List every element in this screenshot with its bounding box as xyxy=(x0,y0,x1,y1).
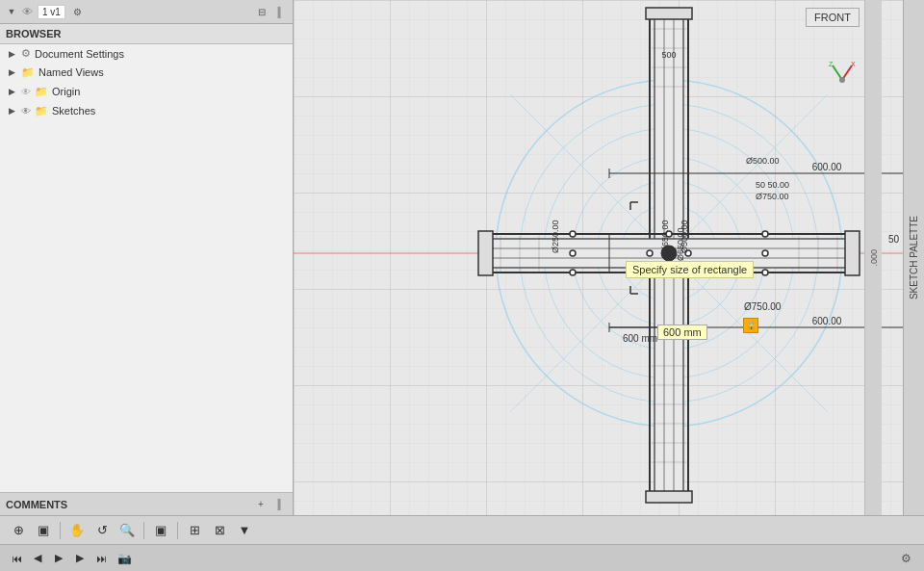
tooltip: Specify size of rectangle xyxy=(626,261,754,278)
bottom-toolbar: ⊕ ▣ ✋ ↺ 🔍 ▣ ⊞ ⊠ ▼ xyxy=(0,515,924,544)
svg-text:600.00: 600.00 xyxy=(812,162,842,172)
zoom-icon[interactable]: 🔍 xyxy=(116,520,138,541)
expand-icon[interactable]: ║ xyxy=(271,4,287,19)
version-badge[interactable]: 1 v1 xyxy=(38,5,65,19)
browser-settings-icon[interactable]: ⚙ xyxy=(70,4,86,19)
folder-icon: 📁 xyxy=(21,65,35,79)
tree-label: Sketches xyxy=(52,105,95,117)
prev-button[interactable]: ◀ xyxy=(29,550,46,567)
svg-text:Ø500.00: Ø500.00 xyxy=(746,156,780,166)
svg-text:Ø500.00: Ø500.00 xyxy=(680,220,689,253)
axis-indicator: X Z xyxy=(828,56,857,85)
arrow-icon: ▶ xyxy=(6,48,17,60)
svg-text:X: X xyxy=(851,61,856,67)
collapse-icons: ⊟ ║ xyxy=(254,4,287,19)
svg-point-73 xyxy=(762,250,768,256)
browser-title: BROWSER xyxy=(0,24,293,44)
snap-icon[interactable]: ⊕ xyxy=(8,520,29,541)
lock-icon[interactable]: 🔒 xyxy=(743,318,758,333)
skip-back-button[interactable]: ⏮ xyxy=(8,550,25,567)
comments-actions: + ║ xyxy=(253,497,287,512)
viewport[interactable]: 600.00 Ø750.00 Ø750.00 Ø750.00 600.00 Ø6… xyxy=(294,0,903,515)
dimension-label[interactable]: 600 mm xyxy=(657,324,707,340)
browser-header: ▼ 👁 1 v1 ⚙ ⊟ ║ xyxy=(0,0,293,24)
main-area: ▼ 👁 1 v1 ⚙ ⊟ ║ BROWSER ▶ xyxy=(0,0,924,515)
svg-text:Z: Z xyxy=(829,61,834,67)
sketch-palette-panel: SKETCH PALETTE xyxy=(903,0,924,515)
tree-item-sketches[interactable]: ▶ 👁 📁 Sketches xyxy=(0,101,293,120)
svg-text:600.00: 600.00 xyxy=(812,316,842,326)
add-comment-icon[interactable]: + xyxy=(253,497,269,512)
app: ▼ 👁 1 v1 ⚙ ⊟ ║ BROWSER ▶ xyxy=(0,0,924,571)
tree-item-document-settings[interactable]: ▶ ⚙ Document Settings xyxy=(0,44,293,63)
svg-text:600 mm: 600 mm xyxy=(623,333,657,344)
play-button[interactable]: ▶ xyxy=(50,550,67,567)
tree-label: Origin xyxy=(52,86,80,97)
camera-icon[interactable]: 📷 xyxy=(114,548,135,569)
arrow-icon: ▶ xyxy=(6,66,17,78)
browser-collapse-arrow[interactable]: ▼ xyxy=(6,6,17,17)
svg-text:50 50.00: 50 50.00 xyxy=(756,180,789,190)
orbit-icon[interactable]: ↺ xyxy=(91,520,113,541)
collapse-icon[interactable]: ⊟ xyxy=(254,4,270,19)
arrow-icon: ▶ xyxy=(6,105,17,117)
settings-icon[interactable]: ⚙ xyxy=(895,548,916,569)
folder-icon: 📁 xyxy=(35,104,48,117)
separator xyxy=(143,522,144,539)
comments-label: COMMENTS xyxy=(6,499,67,510)
pan-icon[interactable]: ✋ xyxy=(66,520,88,541)
next-button[interactable]: ▶ xyxy=(71,550,89,567)
svg-point-76 xyxy=(570,250,576,256)
separator xyxy=(60,522,61,539)
sketch-palette-label-container: SKETCH PALETTE xyxy=(909,0,919,515)
grid-icon[interactable]: ⊞ xyxy=(184,520,205,541)
svg-rect-39 xyxy=(845,231,860,275)
svg-rect-41 xyxy=(646,491,692,503)
status-bar: ⏮ ◀ ▶ ▶ ⏭ 📷 ⚙ xyxy=(0,544,924,571)
eye-icon: 👁 xyxy=(21,87,31,97)
grid-canvas: 600.00 Ø750.00 Ø750.00 Ø750.00 600.00 Ø6… xyxy=(294,0,903,515)
arrow-icon: ▶ xyxy=(6,86,17,97)
front-button[interactable]: FRONT xyxy=(806,8,860,27)
svg-point-71 xyxy=(647,250,653,256)
svg-point-69 xyxy=(666,231,672,237)
svg-point-74 xyxy=(762,231,768,237)
browser-panel: ▼ 👁 1 v1 ⚙ ⊟ ║ BROWSER ▶ xyxy=(0,0,293,492)
tree-item-origin[interactable]: ▶ 👁 📁 Origin xyxy=(0,82,293,101)
svg-text:Ø250.00: Ø250.00 xyxy=(551,220,560,253)
display-icon[interactable]: ▣ xyxy=(150,520,171,541)
folder-icon: 📁 xyxy=(35,85,48,98)
sketch-palette-label: SKETCH PALETTE xyxy=(909,208,919,307)
svg-text:Ø750.00: Ø750.00 xyxy=(756,192,789,201)
svg-point-77 xyxy=(570,231,576,237)
browser-eye-icon[interactable]: 👁 xyxy=(22,6,33,17)
separator xyxy=(177,522,178,539)
tree-label: Document Settings xyxy=(35,48,124,60)
ruler-label: .000 xyxy=(869,249,879,267)
svg-rect-38 xyxy=(478,231,493,275)
tree-item-named-views[interactable]: ▶ 📁 Named Views xyxy=(0,63,293,82)
comments-panel: COMMENTS + ║ xyxy=(0,492,293,515)
svg-rect-40 xyxy=(646,8,692,19)
svg-text:50: 50 xyxy=(888,234,900,245)
svg-point-88 xyxy=(839,77,845,83)
svg-point-78 xyxy=(570,270,576,275)
more-icon[interactable]: ▼ xyxy=(234,520,255,541)
browser-header-left: ▼ 👁 1 v1 ⚙ xyxy=(6,4,86,19)
tree-label: Named Views xyxy=(38,66,104,78)
svg-text:Ø750.00: Ø750.00 xyxy=(744,301,782,312)
sidebar: ▼ 👁 1 v1 ⚙ ⊟ ║ BROWSER ▶ xyxy=(0,0,294,515)
view-icon[interactable]: ⊠ xyxy=(209,520,230,541)
svg-point-75 xyxy=(762,270,768,275)
comments-collapse-icon[interactable]: ║ xyxy=(271,497,287,512)
skip-forward-button[interactable]: ⏭ xyxy=(92,550,110,567)
grid-snap-icon[interactable]: ▣ xyxy=(33,520,54,541)
gear-icon: ⚙ xyxy=(21,47,31,60)
svg-text:500: 500 xyxy=(661,50,676,60)
eye-icon: 👁 xyxy=(21,106,31,117)
ruler-right: .000 xyxy=(864,0,882,515)
